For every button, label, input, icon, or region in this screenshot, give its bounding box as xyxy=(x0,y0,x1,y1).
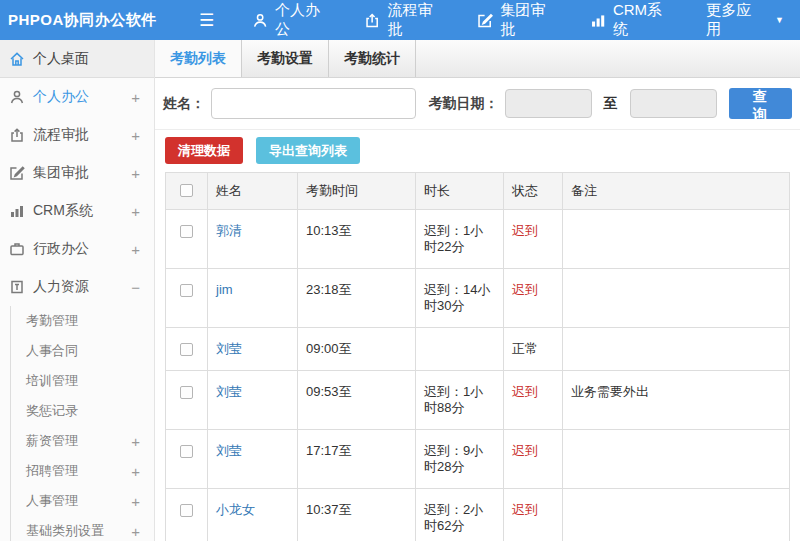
nav-group-approval[interactable]: 集团审批 xyxy=(461,0,574,40)
bar-chart-icon xyxy=(9,203,25,219)
expand-plus-icon[interactable]: + xyxy=(131,89,140,106)
col-duration: 时长 xyxy=(416,173,504,210)
nav-more-apps[interactable]: 更多应用 ▼ xyxy=(690,0,800,40)
sidebar-item-training-management[interactable]: 培训管理 xyxy=(11,366,154,396)
nav-crm-system[interactable]: CRM系统 xyxy=(574,0,691,40)
attendance-time: 10:13至 xyxy=(298,210,416,269)
table-row: 郭清 10:13至 迟到：1小时22分 迟到 xyxy=(166,210,790,269)
tab-attendance-statistics[interactable]: 考勤统计 xyxy=(329,40,416,77)
nav-workflow-approval[interactable]: 流程审批 xyxy=(348,0,461,40)
sidebar-item-hr-contract[interactable]: 人事合同 xyxy=(11,336,154,366)
sidebar-item-human-resources[interactable]: 人力资源 − xyxy=(0,268,154,306)
search-form: 姓名： 考勤日期： 至 查 询 xyxy=(155,78,800,130)
workflow-icon xyxy=(9,127,25,143)
sidebar-item-base-category-settings[interactable]: 基础类别设置 + xyxy=(11,516,154,541)
export-list-button[interactable]: 导出查询列表 xyxy=(256,137,360,164)
building-icon xyxy=(9,279,25,295)
expand-plus-icon[interactable]: + xyxy=(131,523,140,540)
date-end-input[interactable] xyxy=(630,89,717,118)
briefcase-icon xyxy=(9,241,25,257)
tab-attendance-settings[interactable]: 考勤设置 xyxy=(242,40,329,77)
submenu-item-label: 人事管理 xyxy=(26,492,78,510)
submenu-item-label: 薪资管理 xyxy=(26,432,78,450)
employee-name-link[interactable]: 刘莹 xyxy=(216,341,242,356)
employee-name-link[interactable]: 小龙女 xyxy=(216,502,255,517)
attendance-table-wrap: 姓名 考勤时间 时长 状态 备注 郭清 10:13至 迟到：1小时22分 迟到 xyxy=(155,172,800,541)
employee-name-link[interactable]: 刘莹 xyxy=(216,384,242,399)
col-name: 姓名 xyxy=(208,173,298,210)
sidebar-item-personnel-management[interactable]: 人事管理 + xyxy=(11,486,154,516)
sidebar-item-label: 个人桌面 xyxy=(33,50,89,68)
nav-item-label: 集团审批 xyxy=(500,1,557,39)
sidebar-item-crm-system[interactable]: CRM系统 + xyxy=(0,192,154,230)
person-icon xyxy=(9,89,25,105)
sidebar-item-label: 个人办公 xyxy=(33,88,89,106)
nav-item-label: 个人办公 xyxy=(275,1,332,39)
sidebar-item-label: 集团审批 xyxy=(33,164,89,182)
nav-personal-office[interactable]: 个人办公 xyxy=(236,0,349,40)
table-row: 刘莹 17:17至 迟到：9小时28分 迟到 xyxy=(166,430,790,489)
sidebar-item-personal-office[interactable]: 个人办公 + xyxy=(0,78,154,116)
remark xyxy=(563,269,790,328)
name-input[interactable] xyxy=(211,88,416,119)
nav-item-label: CRM系统 xyxy=(613,1,674,39)
sidebar-item-salary-management[interactable]: 薪资管理 + xyxy=(11,426,154,456)
attendance-time: 09:53至 xyxy=(298,371,416,430)
expand-plus-icon[interactable]: + xyxy=(131,165,140,182)
top-navbar: PHPOA协同办公软件 ☰ 个人办公 流程审批 集团审批 CRM系统 更多应 xyxy=(0,0,800,40)
row-checkbox[interactable] xyxy=(180,284,193,297)
expand-plus-icon[interactable]: + xyxy=(131,493,140,510)
sidebar-item-workflow-approval[interactable]: 流程审批 + xyxy=(0,116,154,154)
person-icon xyxy=(252,12,268,29)
row-checkbox[interactable] xyxy=(180,225,193,238)
menu-toggle-icon[interactable]: ☰ xyxy=(199,10,236,31)
to-label: 至 xyxy=(604,95,618,113)
select-all-checkbox[interactable] xyxy=(180,184,193,197)
expand-plus-icon[interactable]: + xyxy=(131,241,140,258)
employee-name-link[interactable]: jim xyxy=(216,282,233,297)
row-checkbox[interactable] xyxy=(180,504,193,517)
attendance-time: 23:18至 xyxy=(298,269,416,328)
row-checkbox[interactable] xyxy=(180,343,193,356)
duration: 迟到：1小时88分 xyxy=(416,371,504,430)
attendance-time: 10:37至 xyxy=(298,489,416,541)
expand-plus-icon[interactable]: + xyxy=(131,127,140,144)
expand-plus-icon[interactable]: + xyxy=(131,433,140,450)
sidebar-item-reward-punishment[interactable]: 奖惩记录 xyxy=(11,396,154,426)
sidebar-item-label: 行政办公 xyxy=(33,240,89,258)
submenu-item-label: 奖惩记录 xyxy=(26,402,78,420)
workflow-icon xyxy=(364,12,380,29)
collapse-minus-icon[interactable]: − xyxy=(131,279,140,296)
main-content: 考勤列表 考勤设置 考勤统计 姓名： 考勤日期： 至 查 询 清理数据 导出查询… xyxy=(155,40,800,541)
remark: 业务需要外出 xyxy=(563,371,790,430)
query-button[interactable]: 查 询 xyxy=(729,88,792,119)
status-badge: 迟到 xyxy=(504,371,563,430)
sidebar-item-attendance-management[interactable]: 考勤管理 xyxy=(11,306,154,336)
table-row: 刘莹 09:00至 正常 xyxy=(166,328,790,371)
date-start-input[interactable] xyxy=(505,89,592,118)
sidebar: 个人桌面 个人办公 + 流程审批 + 集团审批 + CRM系统 xyxy=(0,40,155,541)
table-row: jim 23:18至 迟到：14小时30分 迟到 xyxy=(166,269,790,328)
col-remark: 备注 xyxy=(563,173,790,210)
attendance-time: 09:00至 xyxy=(298,328,416,371)
expand-plus-icon[interactable]: + xyxy=(131,463,140,480)
employee-name-link[interactable]: 刘莹 xyxy=(216,443,242,458)
sidebar-item-desktop[interactable]: 个人桌面 xyxy=(0,40,154,78)
row-checkbox[interactable] xyxy=(180,445,193,458)
row-checkbox[interactable] xyxy=(180,386,193,399)
col-status: 状态 xyxy=(504,173,563,210)
sidebar-item-recruitment-management[interactable]: 招聘管理 + xyxy=(11,456,154,486)
submenu-item-label: 人事合同 xyxy=(26,342,78,360)
edit-icon xyxy=(477,12,493,29)
sidebar-item-group-approval[interactable]: 集团审批 + xyxy=(0,154,154,192)
status-badge: 正常 xyxy=(504,328,563,371)
clear-data-button[interactable]: 清理数据 xyxy=(165,137,243,164)
remark xyxy=(563,328,790,371)
sidebar-item-admin-office[interactable]: 行政办公 + xyxy=(0,230,154,268)
employee-name-link[interactable]: 郭清 xyxy=(216,223,242,238)
nav-item-label: 更多应用 xyxy=(706,1,763,39)
tab-attendance-list[interactable]: 考勤列表 xyxy=(155,40,242,77)
status-badge: 迟到 xyxy=(504,430,563,489)
attendance-table: 姓名 考勤时间 时长 状态 备注 郭清 10:13至 迟到：1小时22分 迟到 xyxy=(165,172,790,541)
expand-plus-icon[interactable]: + xyxy=(131,203,140,220)
